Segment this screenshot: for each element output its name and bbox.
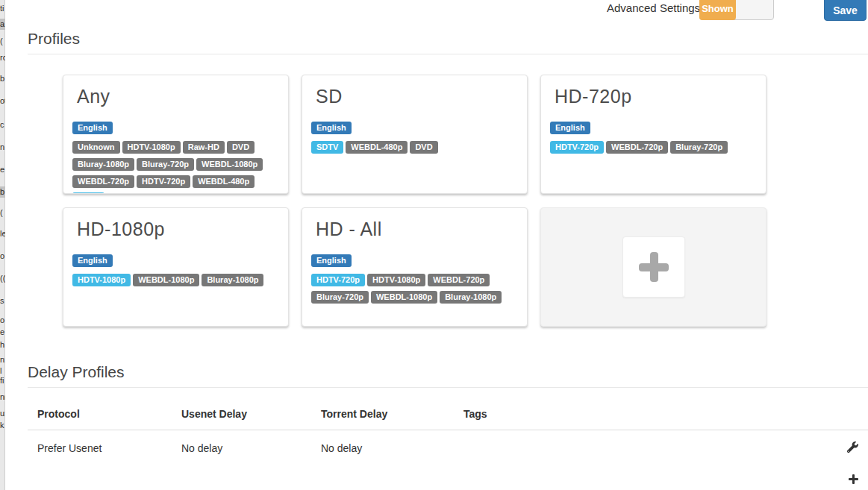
language-badge: English xyxy=(550,122,590,134)
torrent-delay-cell: No delay xyxy=(311,430,454,460)
clipped-text-fragment: ti xyxy=(0,3,5,14)
quality-badge: HDTV-720p xyxy=(550,141,604,154)
quality-badge: SDTV xyxy=(311,141,343,154)
clipped-text-fragment: ro xyxy=(0,52,5,63)
advanced-settings-toggle[interactable]: Shown xyxy=(699,0,774,20)
language-row: English xyxy=(550,120,757,138)
quality-badge: DVD xyxy=(410,141,437,154)
quality-badge: WEBDL-1080p xyxy=(371,291,437,304)
profile-card-title: SD xyxy=(316,86,518,107)
column-header: Usenet Delay xyxy=(172,403,311,430)
delay-profiles-table: ProtocolUsenet DelayTorrent DelayTags Pr… xyxy=(28,403,868,490)
quality-badges: HDTV-720pWEBDL-720pBluray-720p xyxy=(550,140,757,157)
delay-profile-row: Prefer UsenetNo delayNo delay xyxy=(28,430,868,460)
plus-icon xyxy=(639,252,669,282)
clipped-text-fragment: u: xyxy=(0,408,5,419)
clipped-text-fragment: k xyxy=(0,420,5,431)
quality-badge: WEBDL-480p xyxy=(193,175,255,188)
profile-card[interactable]: HD - All English HDTV-720pHDTV-1080pWEBD… xyxy=(302,207,528,327)
language-row: English xyxy=(311,120,518,138)
clipped-text-fragment: n: xyxy=(0,354,5,365)
clipped-text-fragment: ( xyxy=(0,36,5,47)
wrench-icon[interactable] xyxy=(847,442,858,455)
quality-badge: SDTV xyxy=(72,192,104,194)
clipped-text-fragment: a xyxy=(0,19,5,30)
quality-badge: Bluray-720p xyxy=(670,141,728,154)
clipped-text-fragment: s xyxy=(0,295,5,307)
quality-badge: HDTV-720p xyxy=(137,175,190,188)
add-delay-profile-cell xyxy=(28,459,868,490)
clipped-text-fragment: b xyxy=(0,73,5,84)
quality-badge: HDTV-1080p xyxy=(72,274,131,286)
quality-badge: Bluray-1080p xyxy=(72,158,134,171)
profile-card[interactable]: HD-1080p English HDTV-1080pWEBDL-1080pBl… xyxy=(63,207,289,327)
quality-badge: HDTV-720p xyxy=(311,274,365,286)
language-badge: English xyxy=(72,254,113,267)
profile-card-title: HD - All xyxy=(316,219,518,240)
column-header: Torrent Delay xyxy=(311,403,454,430)
language-badge: English xyxy=(311,254,352,267)
clipped-text-fragment: nr xyxy=(0,392,5,403)
clipped-text-fragment: b xyxy=(0,186,5,198)
quality-badges: HDTV-1080pWEBDL-1080pBluray-1080p xyxy=(72,273,279,290)
quality-badges: HDTV-720pHDTV-1080pWEBDL-720pBluray-720p… xyxy=(311,273,518,307)
quality-badge: Bluray-1080p xyxy=(440,291,502,304)
clipped-text-fragment: ot xyxy=(0,95,5,107)
language-row: English xyxy=(72,253,279,271)
quality-badge: WEBDL-1080p xyxy=(196,158,263,171)
profile-cards: Any English UnknownHDTV-1080pRaw-HDDVDBl… xyxy=(63,75,766,327)
quality-badge: Bluray-1080p xyxy=(202,274,263,286)
clipped-text-fragment: (( xyxy=(0,273,5,284)
clipped-text-fragment: e xyxy=(0,164,5,175)
quality-badges: UnknownHDTV-1080pRaw-HDDVDBluray-1080pBl… xyxy=(72,140,279,194)
profile-card-title: HD-1080p xyxy=(77,219,279,240)
quality-badge: WEBDL-720p xyxy=(72,175,134,188)
column-header-actions xyxy=(823,403,868,430)
quality-badge: WEBDL-720p xyxy=(428,274,490,286)
usenet-delay-cell: No delay xyxy=(172,430,311,460)
quality-badge: WEBDL-480p xyxy=(346,141,408,154)
profile-card-title: HD-720p xyxy=(555,86,757,107)
delay-table-header-row: ProtocolUsenet DelayTorrent DelayTags xyxy=(28,403,868,430)
clipped-text-fragment: fi xyxy=(0,375,5,386)
clipped-text-fragment: n xyxy=(0,142,5,153)
quality-badges: SDTVWEBDL-480pDVD xyxy=(311,140,518,157)
language-row: English xyxy=(311,253,518,271)
column-header: Tags xyxy=(454,403,823,430)
add-profile-card[interactable] xyxy=(540,207,766,327)
save-button[interactable]: Save xyxy=(824,0,867,21)
add-delay-profile-row xyxy=(28,459,868,490)
clipped-text-fragment: ( xyxy=(0,207,5,219)
quality-badge: Bluray-720p xyxy=(137,158,194,171)
quality-badge: WEBDL-1080p xyxy=(133,274,199,286)
profiles-section-title: Profiles xyxy=(28,30,868,54)
quality-badge: HDTV-1080p xyxy=(367,274,425,286)
background-window-edge: tia(robotcneb(leo((soehn:lfinru:k xyxy=(0,0,5,490)
clipped-text-fragment: c xyxy=(0,119,5,131)
language-row: English xyxy=(72,120,279,138)
quality-badge: Unknown xyxy=(72,141,120,154)
quality-badge: Bluray-720p xyxy=(311,291,369,304)
quality-badge: Raw-HD xyxy=(183,141,225,154)
profile-card[interactable]: Any English UnknownHDTV-1080pRaw-HDDVDBl… xyxy=(63,75,289,194)
clipped-text-fragment: o xyxy=(0,251,5,262)
protocol-cell: Prefer Usenet xyxy=(28,430,172,460)
quality-badge: WEBDL-720p xyxy=(606,141,668,154)
row-actions-cell xyxy=(823,430,868,460)
clipped-text-fragment: h xyxy=(0,339,5,351)
column-header: Protocol xyxy=(28,403,172,430)
language-badge: English xyxy=(72,122,113,134)
add-delay-profile-icon[interactable] xyxy=(849,474,858,484)
quality-badge: HDTV-1080p xyxy=(122,141,181,154)
clipped-text-fragment: e xyxy=(0,327,5,338)
profile-card-title: Any xyxy=(77,86,279,107)
quality-badge: DVD xyxy=(227,141,255,154)
toggle-shown-state[interactable]: Shown xyxy=(699,0,736,20)
add-profile-box[interactable] xyxy=(622,236,685,298)
profile-card[interactable]: SD English SDTVWEBDL-480pDVD xyxy=(302,75,528,194)
settings-page: tia(robotcneb(leo((soehn:lfinru:k Advanc… xyxy=(0,0,868,490)
clipped-text-fragment: le xyxy=(0,228,5,239)
profile-card[interactable]: HD-720p English HDTV-720pWEBDL-720pBlura… xyxy=(540,75,766,194)
clipped-text-fragment: o xyxy=(0,315,5,326)
advanced-settings-label: Advanced Settings xyxy=(607,1,700,14)
